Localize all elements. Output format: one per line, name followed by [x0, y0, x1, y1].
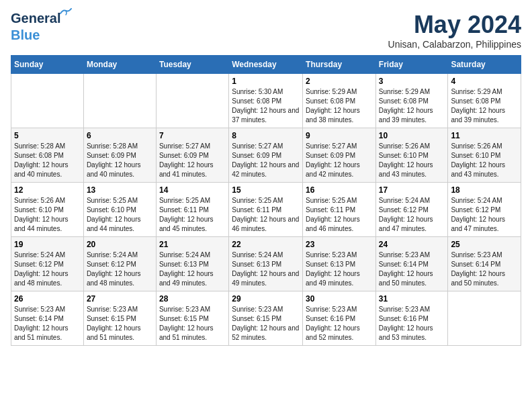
logo-bird-icon: [59, 8, 73, 17]
day-number: 16: [306, 185, 373, 195]
day-info: Sunrise: 5:23 AMSunset: 6:15 PMDaylight:…: [232, 305, 300, 342]
calendar-cell: 6Sunrise: 5:28 AMSunset: 6:09 PMDaylight…: [83, 128, 156, 183]
day-number: 6: [87, 131, 153, 140]
calendar-week-row: 19Sunrise: 5:24 AMSunset: 6:12 PMDayligh…: [11, 237, 521, 291]
day-info: Sunrise: 5:27 AMSunset: 6:09 PMDaylight:…: [306, 142, 373, 179]
calendar-cell: 26Sunrise: 5:23 AMSunset: 6:14 PMDayligh…: [11, 291, 84, 346]
day-number: 31: [379, 294, 445, 304]
day-number: 11: [451, 131, 518, 140]
day-info: Sunrise: 5:23 AMSunset: 6:15 PMDaylight:…: [159, 305, 226, 342]
calendar-cell: 7Sunrise: 5:27 AMSunset: 6:09 PMDaylight…: [156, 128, 228, 183]
calendar-cell: 23Sunrise: 5:23 AMSunset: 6:13 PMDayligh…: [303, 237, 376, 291]
title-block: May 2024 Unisan, Calabarzon, Philippines: [388, 11, 521, 50]
calendar-cell: 15Sunrise: 5:25 AMSunset: 6:11 PMDayligh…: [229, 183, 303, 237]
calendar-cell: 17Sunrise: 5:24 AMSunset: 6:12 PMDayligh…: [375, 183, 448, 237]
calendar-cell: 31Sunrise: 5:23 AMSunset: 6:16 PMDayligh…: [375, 291, 448, 346]
calendar-cell: 3Sunrise: 5:29 AMSunset: 6:08 PMDaylight…: [375, 74, 448, 128]
day-info: Sunrise: 5:24 AMSunset: 6:12 PMDaylight:…: [14, 250, 81, 288]
calendar-cell: 12Sunrise: 5:26 AMSunset: 6:10 PMDayligh…: [11, 183, 84, 237]
location-subtitle: Unisan, Calabarzon, Philippines: [388, 39, 521, 50]
day-number: 26: [14, 294, 81, 304]
day-number: 4: [451, 77, 518, 86]
calendar-cell: 4Sunrise: 5:29 AMSunset: 6:08 PMDaylight…: [448, 74, 521, 128]
calendar-week-row: 1Sunrise: 5:30 AMSunset: 6:08 PMDaylight…: [11, 74, 521, 128]
logo-blue: Blue: [11, 28, 40, 42]
calendar-cell: 27Sunrise: 5:23 AMSunset: 6:15 PMDayligh…: [83, 291, 156, 346]
calendar-cell: 11Sunrise: 5:26 AMSunset: 6:10 PMDayligh…: [448, 128, 521, 183]
day-number: 23: [306, 240, 373, 249]
day-number: 20: [87, 240, 153, 249]
calendar-cell: 19Sunrise: 5:24 AMSunset: 6:12 PMDayligh…: [11, 237, 84, 291]
calendar-cell: 13Sunrise: 5:25 AMSunset: 6:10 PMDayligh…: [83, 183, 156, 237]
day-info: Sunrise: 5:23 AMSunset: 6:16 PMDaylight:…: [379, 305, 445, 342]
weekday-header: Friday: [375, 56, 448, 74]
day-info: Sunrise: 5:25 AMSunset: 6:11 PMDaylight:…: [306, 196, 373, 234]
day-number: 30: [306, 294, 373, 304]
day-number: 27: [87, 294, 153, 304]
day-info: Sunrise: 5:24 AMSunset: 6:12 PMDaylight:…: [451, 196, 518, 234]
day-number: 24: [379, 240, 445, 249]
calendar-cell: [156, 74, 228, 128]
day-info: Sunrise: 5:25 AMSunset: 6:10 PMDaylight:…: [87, 196, 153, 234]
day-number: 7: [159, 131, 226, 140]
day-info: Sunrise: 5:30 AMSunset: 6:08 PMDaylight:…: [232, 87, 300, 125]
day-number: 9: [306, 131, 373, 140]
calendar-cell: 1Sunrise: 5:30 AMSunset: 6:08 PMDaylight…: [229, 74, 303, 128]
calendar-cell: 14Sunrise: 5:25 AMSunset: 6:11 PMDayligh…: [156, 183, 228, 237]
day-info: Sunrise: 5:23 AMSunset: 6:14 PMDaylight:…: [451, 250, 518, 288]
day-number: 10: [379, 131, 445, 140]
calendar-cell: 18Sunrise: 5:24 AMSunset: 6:12 PMDayligh…: [448, 183, 521, 237]
weekday-header: Sunday: [11, 56, 84, 74]
day-number: 1: [232, 77, 300, 86]
calendar-week-row: 5Sunrise: 5:28 AMSunset: 6:08 PMDaylight…: [11, 128, 521, 183]
day-number: 17: [379, 185, 445, 195]
day-info: Sunrise: 5:29 AMSunset: 6:08 PMDaylight:…: [306, 87, 373, 125]
calendar-cell: 25Sunrise: 5:23 AMSunset: 6:14 PMDayligh…: [448, 237, 521, 291]
day-number: 18: [451, 185, 518, 195]
day-info: Sunrise: 5:24 AMSunset: 6:13 PMDaylight:…: [232, 250, 300, 288]
weekday-header: Wednesday: [229, 56, 303, 74]
weekday-header: Tuesday: [156, 56, 228, 74]
calendar-cell: 30Sunrise: 5:23 AMSunset: 6:16 PMDayligh…: [303, 291, 376, 346]
calendar-cell: [83, 74, 156, 128]
day-info: Sunrise: 5:27 AMSunset: 6:09 PMDaylight:…: [159, 142, 226, 179]
logo: General Blue: [11, 11, 60, 43]
day-info: Sunrise: 5:26 AMSunset: 6:10 PMDaylight:…: [14, 196, 81, 234]
day-info: Sunrise: 5:23 AMSunset: 6:14 PMDaylight:…: [379, 250, 445, 288]
calendar-cell: 16Sunrise: 5:25 AMSunset: 6:11 PMDayligh…: [303, 183, 376, 237]
day-number: 2: [306, 77, 373, 86]
calendar-cell: 24Sunrise: 5:23 AMSunset: 6:14 PMDayligh…: [375, 237, 448, 291]
calendar-cell: 29Sunrise: 5:23 AMSunset: 6:15 PMDayligh…: [229, 291, 303, 346]
day-number: 13: [87, 185, 153, 195]
calendar-cell: 2Sunrise: 5:29 AMSunset: 6:08 PMDaylight…: [303, 74, 376, 128]
calendar-cell: 8Sunrise: 5:27 AMSunset: 6:09 PMDaylight…: [229, 128, 303, 183]
calendar-body: 1Sunrise: 5:30 AMSunset: 6:08 PMDaylight…: [11, 74, 521, 346]
weekday-header: Saturday: [448, 56, 521, 74]
day-info: Sunrise: 5:29 AMSunset: 6:08 PMDaylight:…: [379, 87, 445, 125]
day-info: Sunrise: 5:23 AMSunset: 6:16 PMDaylight:…: [306, 305, 373, 342]
day-info: Sunrise: 5:27 AMSunset: 6:09 PMDaylight:…: [232, 142, 300, 179]
day-info: Sunrise: 5:24 AMSunset: 6:13 PMDaylight:…: [159, 250, 226, 288]
day-info: Sunrise: 5:26 AMSunset: 6:10 PMDaylight:…: [451, 142, 518, 179]
page-header: General Blue May 2024 Unisan, Calabarzon…: [11, 11, 521, 50]
weekday-header: Thursday: [303, 56, 376, 74]
calendar-cell: 20Sunrise: 5:24 AMSunset: 6:12 PMDayligh…: [83, 237, 156, 291]
calendar-week-row: 26Sunrise: 5:23 AMSunset: 6:14 PMDayligh…: [11, 291, 521, 346]
calendar-cell: 28Sunrise: 5:23 AMSunset: 6:15 PMDayligh…: [156, 291, 228, 346]
day-number: 5: [14, 131, 81, 140]
calendar-cell: [11, 74, 84, 128]
day-info: Sunrise: 5:23 AMSunset: 6:15 PMDaylight:…: [87, 305, 153, 342]
day-info: Sunrise: 5:25 AMSunset: 6:11 PMDaylight:…: [232, 196, 300, 234]
calendar-cell: 22Sunrise: 5:24 AMSunset: 6:13 PMDayligh…: [229, 237, 303, 291]
weekday-header: Monday: [83, 56, 156, 74]
calendar-cell: 9Sunrise: 5:27 AMSunset: 6:09 PMDaylight…: [303, 128, 376, 183]
calendar-cell: 5Sunrise: 5:28 AMSunset: 6:08 PMDaylight…: [11, 128, 84, 183]
day-info: Sunrise: 5:23 AMSunset: 6:14 PMDaylight:…: [14, 305, 81, 342]
calendar-week-row: 12Sunrise: 5:26 AMSunset: 6:10 PMDayligh…: [11, 183, 521, 237]
day-number: 28: [159, 294, 226, 304]
day-info: Sunrise: 5:23 AMSunset: 6:13 PMDaylight:…: [306, 250, 373, 288]
day-info: Sunrise: 5:24 AMSunset: 6:12 PMDaylight:…: [379, 196, 445, 234]
day-number: 14: [159, 185, 226, 195]
calendar-header-row: SundayMondayTuesdayWednesdayThursdayFrid…: [11, 56, 521, 74]
day-number: 29: [232, 294, 300, 304]
